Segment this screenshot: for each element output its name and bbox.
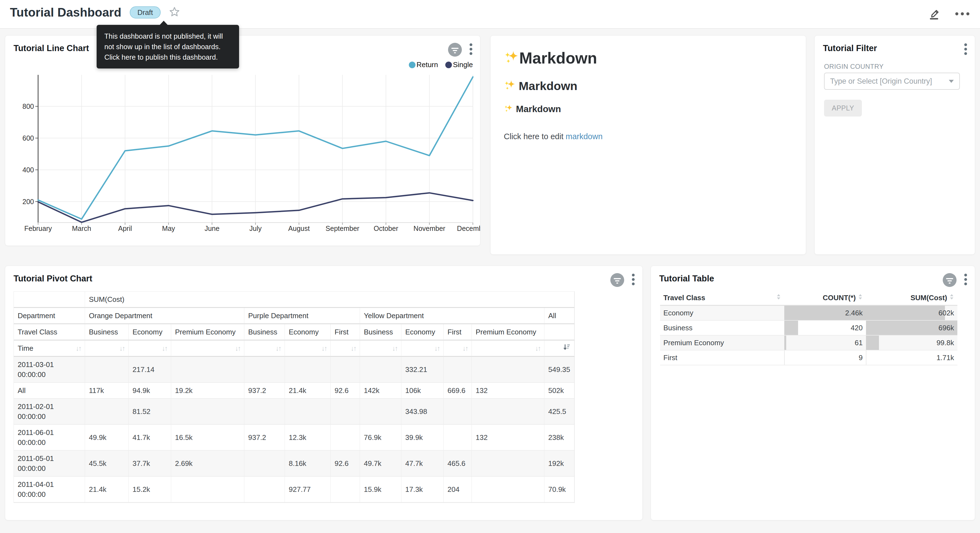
edit-markdown-link[interactable]: markdown [566, 132, 603, 141]
origin-country-select[interactable]: Type or Select [Origin Country] [824, 73, 960, 90]
markdown-paragraph: Click here to edit markdown [504, 132, 795, 141]
filter-menu-kebab-icon[interactable] [964, 43, 967, 57]
edit-pencil-icon[interactable] [928, 7, 941, 22]
tooltip-line: Click here to publish this dashboard. [104, 52, 231, 62]
column-header-travel-class[interactable]: Travel Class [660, 291, 784, 306]
pivot-cell: 502k [544, 383, 574, 399]
pivot-time-label: Time↓↑ [14, 340, 85, 357]
applied-filters-icon[interactable] [943, 273, 956, 287]
pivot-cell: 106k [401, 383, 444, 399]
pivot-cell [285, 399, 331, 425]
count-bar [784, 335, 786, 350]
table-cell-count: 61 [784, 335, 866, 351]
pivot-cell: 332.21 [401, 357, 444, 383]
pivot-table: SUM(Cost)DepartmentOrange DepartmentPurp… [14, 291, 575, 503]
pivot-cell: 132 [472, 425, 544, 451]
pivot-cell: 49.9k [85, 425, 129, 451]
pivot-cell: 465.6 [444, 451, 472, 477]
pivot-cell: 12.3k [285, 425, 331, 451]
x-axis-tick-label: June [205, 225, 220, 232]
table-row: Business420696k [660, 321, 957, 335]
chart-menu-kebab-icon[interactable] [469, 43, 473, 57]
pivot-cell: 94.9k [129, 383, 171, 399]
pivot-cell [85, 399, 129, 425]
pivot-cell [444, 399, 472, 425]
sort-icon[interactable]: ↓↑ [434, 343, 439, 353]
table-cell-sum: 696k [866, 321, 957, 335]
pivot-cell: 15.2k [129, 477, 171, 503]
sort-icon[interactable]: ↓↑ [321, 343, 326, 353]
applied-filters-icon[interactable] [448, 43, 462, 57]
pivot-cell [171, 477, 244, 503]
publish-tooltip: This dashboard is not published, it will… [97, 25, 239, 69]
pivot-cell: 45.5k [85, 451, 129, 477]
x-axis-tick-label: July [249, 225, 262, 232]
y-axis-tick-label: 400 [22, 166, 34, 174]
sort-icon[interactable]: ↓↑ [535, 343, 540, 353]
column-header-count[interactable]: COUNT(*) [784, 291, 866, 306]
select-placeholder: Type or Select [Origin Country] [830, 77, 932, 86]
pivot-row: 2011-03-01 00:00:00217.14332.21549.35 [14, 357, 574, 383]
column-header-sum-cost[interactable]: SUM(Cost) [866, 291, 957, 306]
x-axis-tick-label: February [24, 225, 52, 232]
apply-button[interactable]: APPLY [824, 100, 862, 116]
pivot-cell: 204 [444, 477, 472, 503]
table-cell-travel-class: Business [660, 321, 784, 335]
chart-menu-kebab-icon[interactable] [632, 273, 635, 287]
pivot-cell: 81.52 [129, 399, 171, 425]
pivot-group-header: Yellow Department [360, 308, 544, 324]
pivot-sort-cell [544, 340, 574, 357]
pivot-sort-cell: ↓↑ [285, 340, 331, 357]
pivot-row-header: 2011-02-01 00:00:00 [14, 399, 85, 425]
pivot-cell [331, 399, 360, 425]
pivot-cell: 142k [360, 383, 401, 399]
sort-icon[interactable]: ↓↑ [119, 343, 124, 353]
draft-status-badge[interactable]: Draft [130, 6, 161, 19]
sort-descending-icon[interactable] [563, 343, 570, 353]
sort-caret-icon [949, 294, 954, 302]
markdown-h1: Markdown [504, 49, 795, 67]
pivot-cell: 669.6 [444, 383, 472, 399]
pivot-cell: 425.5 [544, 399, 574, 425]
pivot-sort-cell: ↓↑ [472, 340, 544, 357]
header-menu-ellipsis-icon[interactable] [955, 11, 970, 17]
dashboard-header: Tutorial Dashboard Draft [0, 0, 980, 29]
chart-menu-kebab-icon[interactable] [964, 273, 967, 287]
sort-icon[interactable]: ↓↑ [76, 343, 81, 353]
legend-item[interactable]: Return [409, 61, 438, 69]
sort-icon[interactable]: ↓↑ [235, 343, 240, 353]
pivot-class-header: Economy [129, 324, 171, 340]
sort-icon[interactable]: ↓↑ [392, 343, 397, 353]
pivot-sort-cell: ↓↑ [85, 340, 129, 357]
pivot-cell [85, 357, 129, 383]
pivot-class-header [544, 324, 574, 340]
sort-icon[interactable]: ↓↑ [162, 343, 167, 353]
favorite-star-icon[interactable] [169, 6, 180, 19]
sort-caret-icon [776, 294, 781, 302]
sort-icon[interactable]: ↓↑ [351, 343, 356, 353]
origin-country-label: ORIGIN COUNTRY [824, 63, 884, 70]
pivot-class-header: Business [360, 324, 401, 340]
table-cell-count: 420 [784, 321, 866, 335]
legend-item[interactable]: Single [445, 61, 473, 69]
applied-filters-icon[interactable] [610, 273, 624, 287]
x-axis-tick-label: May [162, 225, 175, 232]
table-cell-count: 2.46k [784, 306, 866, 321]
x-axis-tick-label: August [288, 225, 310, 232]
pivot-sort-cell: ↓↑ [401, 340, 444, 357]
x-axis-tick-label: December [457, 225, 480, 232]
sort-icon[interactable]: ↓↑ [462, 343, 468, 353]
pivot-sort-cell: ↓↑ [444, 340, 472, 357]
pivot-class-header: First [444, 324, 472, 340]
pivot-sort-cell: ↓↑ [244, 340, 285, 357]
pivot-cell: 927.77 [285, 477, 331, 503]
pivot-cell: 70.9k [544, 477, 574, 503]
pivot-cell [472, 357, 544, 383]
sort-icon[interactable]: ↓↑ [275, 343, 281, 353]
pivot-row: 2011-02-01 00:00:0081.52343.98425.5 [14, 399, 574, 425]
pivot-cell [244, 399, 285, 425]
legend-label: Return [417, 61, 438, 69]
tooltip-line: not show up in the list of dashboards. [104, 41, 231, 52]
markdown-panel: Markdown Markdown Markdown Click here to… [490, 35, 806, 255]
pivot-class-header: Premium Economy [472, 324, 544, 340]
